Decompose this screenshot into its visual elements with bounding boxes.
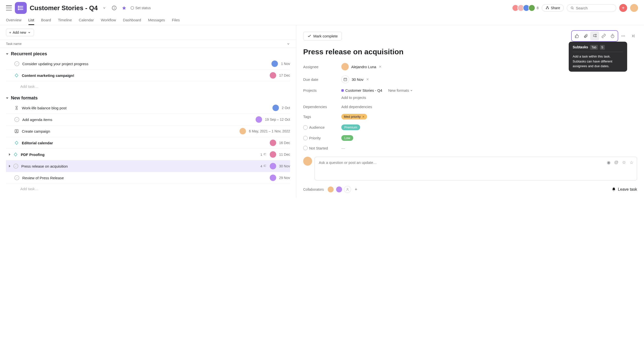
task-row[interactable]: Create campaign 6 May, 2021 – 1 Nov, 202… (6, 125, 290, 137)
complete-checkbox[interactable] (14, 164, 18, 169)
tag-chip[interactable]: Med priority ✕ (341, 114, 367, 120)
clear-assignee-icon[interactable]: ✕ (379, 65, 382, 69)
calendar-icon[interactable] (341, 75, 349, 83)
tab-list[interactable]: List (28, 16, 34, 25)
task-name: Editorial calendar (22, 141, 267, 145)
clear-duedate-icon[interactable]: ✕ (366, 77, 369, 81)
add-dependencies-button[interactable]: Add dependencies (341, 105, 372, 109)
task-name: Add agenda items (22, 118, 253, 122)
tab-calendar[interactable]: Calendar (79, 16, 94, 25)
dependencies-label: Dependencies (303, 105, 341, 109)
task-row[interactable]: Press release on acquisition 4 30 Nov (6, 160, 290, 172)
task-row[interactable]: Content marketing campaign! 17 Dec (6, 70, 290, 81)
user-avatar[interactable] (630, 4, 638, 12)
assignee-avatar[interactable] (270, 140, 276, 146)
project-section-dropdown[interactable]: New formats (388, 88, 413, 93)
svg-point-31 (347, 188, 348, 189)
tab-files[interactable]: Files (172, 16, 180, 25)
comment-box[interactable]: ◉ @ ☺ ☆ (314, 157, 637, 181)
collaborator-avatar[interactable] (336, 186, 342, 193)
assignee-avatar[interactable] (240, 128, 246, 134)
section-toggle[interactable]: New formats (6, 96, 290, 101)
add-new-button[interactable]: + Add new (6, 29, 34, 36)
milestone-icon[interactable] (14, 141, 19, 145)
tab-dashboard[interactable]: Dashboard (123, 16, 141, 25)
subtask-icon[interactable] (590, 32, 599, 41)
expand-caret-icon[interactable] (9, 165, 10, 167)
tab-messages[interactable]: Messages (148, 16, 165, 25)
record-icon[interactable]: ◉ (607, 160, 610, 165)
assignee-avatar[interactable] (270, 175, 276, 181)
set-status-button[interactable]: Set status (130, 6, 151, 10)
task-row[interactable]: Add agenda items 19 Sep – 12 Oct (6, 114, 290, 125)
task-name: Consider updating your project progress (22, 62, 268, 66)
assignee-avatar[interactable] (270, 163, 276, 169)
menu-toggle[interactable] (6, 6, 12, 11)
mark-complete-button[interactable]: Mark complete (303, 32, 342, 41)
task-row[interactable]: Work-life balance blog post 2 Oct (6, 102, 290, 114)
assignee-avatar[interactable] (270, 72, 276, 79)
project-members[interactable]: 8 (514, 5, 539, 12)
share-button[interactable]: Share (542, 4, 564, 12)
chevron-down-icon[interactable] (286, 42, 290, 46)
timer-icon[interactable] (608, 32, 617, 41)
task-name: Create campaign (22, 129, 236, 133)
leave-task-button[interactable]: Leave task (612, 187, 637, 192)
task-row[interactable]: Editorial calendar 16 Dec (6, 137, 290, 149)
close-panel-icon[interactable] (628, 32, 637, 41)
expand-caret-icon[interactable] (9, 153, 10, 156)
caret-down-icon (6, 97, 8, 99)
audience-value[interactable]: Premium (341, 125, 360, 130)
assignee-avatar[interactable] (341, 63, 349, 70)
add-collaborator-placeholder[interactable] (344, 186, 351, 193)
collaborator-avatar[interactable] (327, 186, 334, 193)
mention-icon[interactable]: @ (614, 160, 618, 165)
complete-checkbox[interactable] (14, 175, 19, 180)
section-toggle[interactable]: Recurrent pieces (6, 51, 290, 57)
attachment-icon[interactable] (581, 32, 590, 41)
task-row[interactable]: PDF Proofing 1 11 Dec (6, 149, 290, 160)
add-task-button[interactable]: Add task… (6, 184, 290, 194)
tab-timeline[interactable]: Timeline (58, 16, 72, 25)
complete-checkbox[interactable] (14, 117, 19, 122)
complete-checkbox[interactable] (14, 61, 19, 66)
project-dropdown[interactable] (101, 5, 108, 12)
remove-tag-icon[interactable]: ✕ (362, 115, 364, 119)
tab-board[interactable]: Board (41, 16, 51, 25)
collaborators-label: Collaborators (303, 187, 324, 191)
emoji-icon[interactable]: ☺ (622, 160, 626, 165)
assignee-avatar[interactable] (256, 116, 262, 123)
assignee-avatar[interactable] (272, 105, 279, 111)
project-chip[interactable]: Customer Stories - Q4 (341, 88, 382, 93)
copy-link-icon[interactable] (599, 32, 608, 41)
task-row[interactable]: Review of Press Release 29 Nov (6, 172, 290, 184)
add-task-button[interactable]: Add task… (6, 81, 290, 92)
add-to-projects-button[interactable]: Add to projects (341, 96, 413, 100)
hourglass-icon (14, 106, 19, 110)
star-icon[interactable] (121, 5, 128, 12)
tags-label: Tags (303, 115, 341, 119)
star-reaction-icon[interactable]: ☆ (630, 160, 633, 165)
assignee-avatar[interactable] (270, 151, 276, 158)
audience-label: Audience (303, 125, 341, 130)
tab-workflow[interactable]: Workflow (101, 16, 116, 25)
project-icon (15, 2, 27, 14)
task-date: 6 May, 2021 – 1 Nov, 2022 (249, 129, 290, 133)
priority-value[interactable]: Low (341, 135, 353, 141)
assignee-avatar[interactable] (272, 61, 278, 67)
search-box[interactable] (567, 4, 616, 12)
svg-point-13 (571, 7, 573, 9)
global-add-button[interactable]: + (619, 4, 627, 12)
notstarted-value[interactable]: — (341, 146, 345, 150)
milestone-icon[interactable] (14, 152, 18, 157)
task-row[interactable]: Consider updating your project progress … (6, 58, 290, 70)
tab-overview[interactable]: Overview (6, 16, 22, 25)
comment-input[interactable] (319, 160, 633, 169)
task-date: 17 Dec (279, 73, 290, 77)
like-icon[interactable] (572, 32, 581, 41)
search-input[interactable] (576, 6, 612, 10)
milestone-icon[interactable] (14, 73, 19, 78)
add-collaborator-button[interactable]: + (352, 186, 360, 193)
more-icon[interactable] (619, 32, 628, 41)
project-info-icon[interactable] (111, 5, 118, 12)
